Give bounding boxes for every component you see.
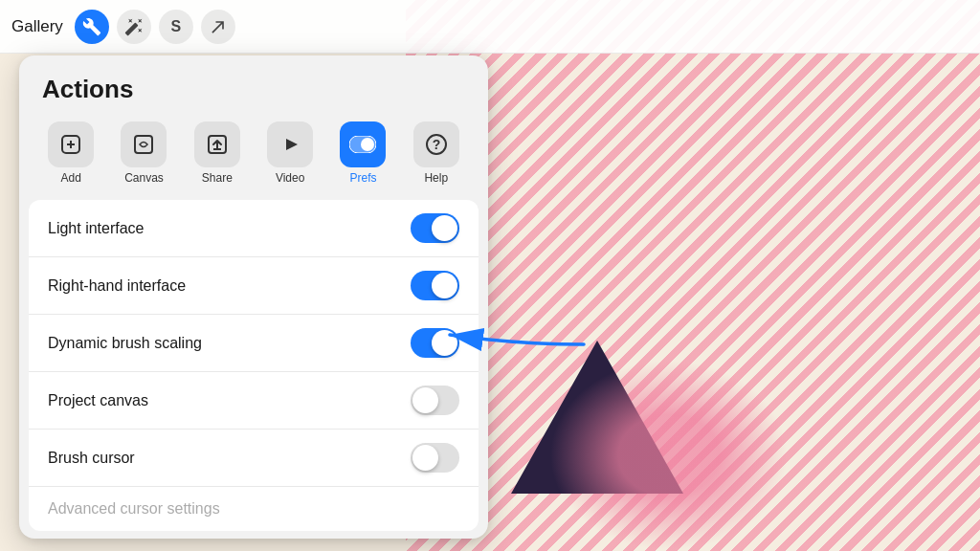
magic-button[interactable] (117, 10, 151, 44)
wrench-button[interactable] (75, 10, 109, 44)
toggle-row-project-canvas: Project canvas (29, 372, 479, 430)
dynamic-brush-label: Dynamic brush scaling (48, 335, 202, 352)
video-icon-wrap (267, 121, 313, 167)
help-icon: ? (425, 133, 448, 156)
wrench-icon (82, 17, 101, 36)
actions-row: Add Canvas Share (19, 118, 488, 200)
prefs-label: Prefs (349, 171, 376, 185)
action-video[interactable]: Video (261, 121, 319, 185)
toggle-row-brush-cursor: Brush cursor (29, 430, 479, 487)
light-interface-label: Light interface (48, 220, 145, 237)
prefs-toggle-icon (349, 136, 376, 153)
add-label: Add (60, 171, 80, 185)
share-icon (206, 133, 229, 156)
svg-text:?: ? (433, 137, 441, 152)
toggle-row-advanced-cursor: Advanced cursor settings (29, 487, 479, 531)
svg-point-9 (361, 138, 374, 151)
light-interface-toggle[interactable] (411, 213, 459, 243)
canvas-icon (132, 133, 155, 156)
action-help[interactable]: ? Help (408, 121, 465, 185)
toggle-thumb (432, 215, 457, 241)
dynamic-brush-toggle[interactable] (411, 328, 459, 358)
magic-icon (124, 17, 144, 36)
action-prefs[interactable]: Prefs (334, 121, 391, 185)
action-add[interactable]: Add (42, 121, 100, 185)
export-button[interactable] (201, 10, 235, 44)
actions-panel: Actions Add Canvas (19, 55, 488, 539)
toggle-thumb (412, 387, 438, 413)
svg-marker-6 (286, 139, 298, 150)
brush-cursor-label: Brush cursor (48, 450, 135, 467)
gallery-label[interactable]: Gallery (11, 17, 63, 36)
project-canvas-label: Project canvas (48, 392, 148, 409)
add-icon-wrap (48, 121, 94, 167)
brush-cursor-toggle[interactable] (411, 443, 459, 473)
project-canvas-toggle[interactable] (411, 386, 459, 415)
canvas-label: Canvas (124, 171, 164, 185)
transform-icon: S (171, 18, 182, 35)
help-label: Help (424, 171, 448, 185)
toggle-section: Light interface Right-hand interface Dyn… (29, 200, 479, 531)
toggle-row-dynamic-brush: Dynamic brush scaling (29, 315, 479, 372)
action-canvas[interactable]: Canvas (115, 121, 172, 185)
add-icon (59, 133, 82, 156)
toggle-thumb (432, 330, 457, 356)
transform-button[interactable]: S (159, 10, 193, 44)
help-icon-wrap: ? (413, 121, 459, 167)
toggle-thumb (432, 273, 457, 298)
right-hand-label: Right-hand interface (48, 277, 186, 295)
canvas-icon-wrap (121, 121, 167, 167)
prefs-icon-wrap (340, 121, 386, 167)
character-area (549, 360, 789, 551)
export-icon (209, 17, 228, 36)
action-share[interactable]: Share (189, 121, 246, 185)
advanced-cursor-label: Advanced cursor settings (48, 500, 220, 518)
svg-rect-3 (135, 136, 152, 153)
toggle-row-light-interface: Light interface (29, 200, 479, 257)
video-label: Video (276, 171, 304, 185)
share-label: Share (202, 171, 233, 185)
toolbar: Gallery S (0, 0, 980, 54)
right-hand-toggle[interactable] (411, 271, 459, 300)
toggle-row-right-hand: Right-hand interface (29, 257, 479, 315)
share-icon-wrap (194, 121, 240, 167)
panel-title: Actions (19, 55, 488, 118)
video-play-icon (278, 133, 301, 156)
toggle-thumb (412, 445, 438, 471)
